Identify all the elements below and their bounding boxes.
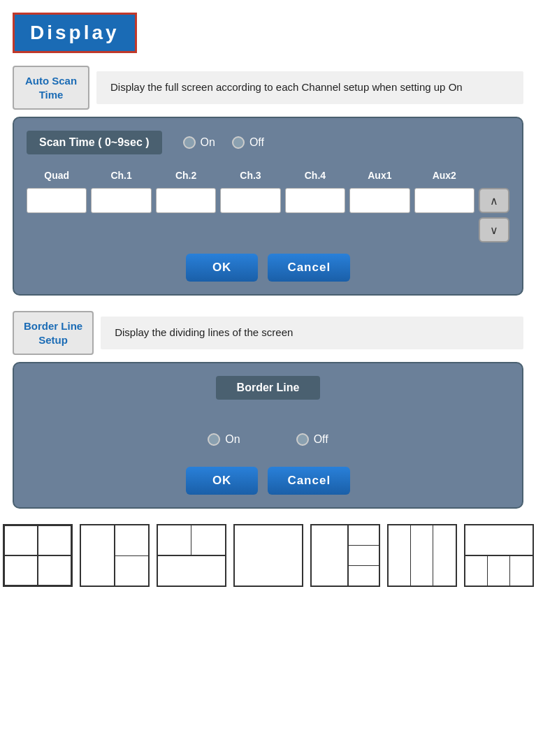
- border-line-setup-button[interactable]: Border LineSetup: [13, 311, 94, 355]
- border-btn-row: OK Cancel: [27, 467, 509, 495]
- grid-cell: [115, 556, 148, 586]
- scan-on-circle: [183, 136, 196, 149]
- scan-ok-button[interactable]: OK: [186, 254, 259, 282]
- aux2-input[interactable]: [414, 188, 475, 213]
- ch-quad-header: Quad: [27, 167, 87, 184]
- grid-cell: [433, 525, 455, 586]
- ch3-input[interactable]: [220, 188, 280, 213]
- grid-cell: [465, 525, 533, 556]
- grid-cell: [38, 555, 71, 586]
- ch4-input[interactable]: [285, 188, 345, 213]
- ch1-header: Ch.1: [91, 167, 151, 184]
- border-line-title: Border Line: [216, 376, 321, 400]
- auto-scan-time-button[interactable]: Auto ScanTime: [13, 66, 89, 110]
- ch3-header: Ch.3: [220, 167, 280, 184]
- grid-icon-6[interactable]: [387, 524, 457, 587]
- scan-cancel-button[interactable]: Cancel: [268, 254, 350, 282]
- aux2-header: Aux2: [414, 167, 475, 184]
- grid-icon-3[interactable]: [157, 524, 226, 587]
- channel-inputs-row: ∧ ∨: [27, 188, 509, 242]
- grid-cell: [465, 556, 533, 586]
- grid-cell: [115, 525, 148, 556]
- grid-cell: [349, 525, 379, 586]
- grid-cell: [158, 556, 225, 586]
- bottom-icons-row: [13, 524, 523, 587]
- border-line-title-row: Border Line: [27, 376, 509, 419]
- grid-cell: [312, 525, 349, 586]
- grid-cell: [349, 566, 379, 586]
- grid-cell: [115, 525, 148, 586]
- grid-cell: [191, 525, 225, 555]
- grid-cell: [158, 525, 225, 556]
- border-ok-button[interactable]: OK: [186, 467, 259, 495]
- aux1-input[interactable]: [349, 188, 410, 213]
- page-title: Display: [13, 13, 137, 53]
- section1-description: Display the full screen according to eac…: [96, 71, 523, 104]
- ch1-input[interactable]: [91, 188, 151, 213]
- grid-icon-single[interactable]: [233, 524, 303, 587]
- ch4-header: Ch.4: [285, 167, 345, 184]
- scan-btn-row: OK Cancel: [27, 254, 509, 282]
- arrow-up-button[interactable]: ∧: [479, 188, 509, 213]
- border-cancel-button[interactable]: Cancel: [268, 467, 350, 495]
- ch2-input[interactable]: [156, 188, 216, 213]
- grid-cell: [488, 556, 510, 586]
- scan-off-label: Off: [249, 136, 264, 149]
- grid-cell: [411, 525, 433, 586]
- grid-cell: [81, 525, 115, 586]
- grid-cell: [158, 525, 192, 555]
- section1-row: Auto ScanTime Display the full screen ac…: [13, 66, 523, 110]
- grid-cell: [349, 525, 379, 546]
- arrow-down-button[interactable]: ∨: [479, 217, 509, 242]
- border-off-label: Off: [314, 433, 328, 446]
- channel-headers-row: Quad Ch.1 Ch.2 Ch.3 Ch.4 Aux1 Aux2: [27, 167, 509, 184]
- scan-on-label: On: [201, 136, 215, 149]
- quad-input[interactable]: [27, 188, 87, 213]
- grid-cell: [510, 556, 532, 586]
- scan-off-circle: [232, 136, 245, 149]
- grid-cell: [38, 525, 71, 555]
- grid-icon-quad[interactable]: [3, 524, 73, 587]
- scan-radio-off[interactable]: Off: [232, 136, 264, 149]
- aux1-header: Aux1: [349, 167, 410, 184]
- ch2-header: Ch.2: [156, 167, 216, 184]
- border-on-label: On: [225, 433, 240, 446]
- grid-cell: [465, 556, 488, 586]
- section2-description: Display the dividing lines of the screen: [101, 317, 523, 349]
- section2-row: Border LineSetup Display the dividing li…: [13, 311, 523, 355]
- scan-radio-on[interactable]: On: [183, 136, 215, 149]
- scan-time-row: Scan Time ( 0~9sec ) On Off: [27, 131, 509, 154]
- scan-time-panel: Scan Time ( 0~9sec ) On Off Quad Ch.1 Ch…: [13, 117, 523, 296]
- grid-cell: [4, 555, 38, 586]
- border-radio-off[interactable]: Off: [296, 433, 328, 446]
- scan-radio-group: On Off: [183, 136, 264, 149]
- border-line-panel: Border Line On Off OK Cancel: [13, 362, 523, 509]
- border-off-circle: [296, 433, 309, 446]
- border-on-circle: [208, 433, 220, 446]
- grid-cell: [4, 525, 38, 555]
- border-radio-row: On Off: [27, 433, 509, 446]
- scan-time-label: Scan Time ( 0~9sec ): [27, 131, 162, 154]
- grid-icon-7[interactable]: [464, 524, 534, 587]
- grid-cell: [389, 525, 411, 586]
- grid-icon-2[interactable]: [80, 524, 150, 587]
- border-radio-on[interactable]: On: [208, 433, 240, 446]
- grid-cell: [349, 546, 379, 566]
- grid-icon-5[interactable]: [310, 524, 380, 587]
